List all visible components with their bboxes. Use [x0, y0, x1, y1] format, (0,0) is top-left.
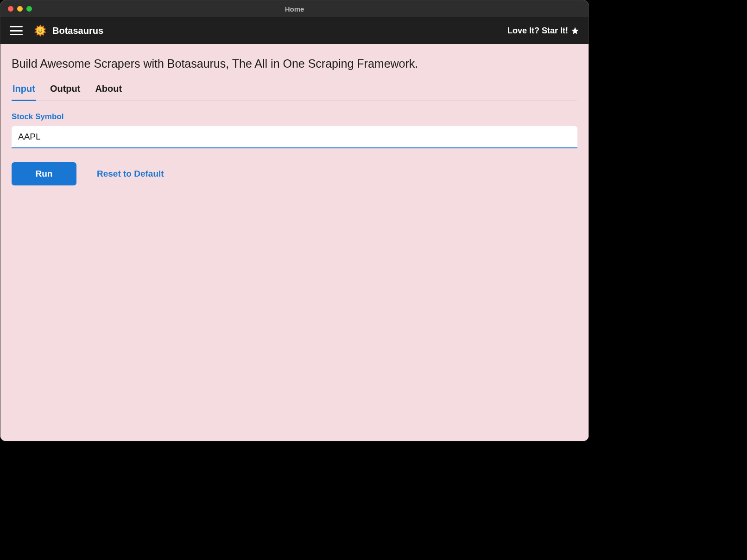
tab-input[interactable]: Input [12, 82, 36, 101]
tab-output[interactable]: Output [49, 82, 82, 101]
star-it-label: Love It? Star It! [507, 26, 568, 36]
maximize-window-button[interactable] [26, 6, 32, 12]
titlebar: Home [0, 0, 589, 17]
minimize-window-button[interactable] [17, 6, 23, 12]
brand-name: Botasaurus [52, 25, 103, 36]
svg-point-3 [41, 29, 42, 30]
window-title: Home [285, 5, 304, 13]
star-it-link[interactable]: Love It? Star It! [507, 26, 579, 36]
svg-point-2 [38, 29, 39, 30]
reset-to-default-button[interactable]: Reset to Default [97, 169, 164, 179]
stock-symbol-input[interactable] [12, 126, 577, 148]
star-icon [571, 26, 579, 35]
page-headline: Build Awesome Scrapers with Botasaurus, … [12, 57, 577, 70]
app-header-left: Botasaurus [10, 24, 103, 37]
svg-point-1 [37, 27, 44, 34]
app-header: Botasaurus Love It? Star It! [0, 17, 589, 44]
tab-about[interactable]: About [94, 82, 123, 101]
brand[interactable]: Botasaurus [34, 24, 103, 37]
sun-logo-icon [34, 24, 47, 37]
hamburger-menu-button[interactable] [10, 26, 23, 35]
close-window-button[interactable] [8, 6, 13, 12]
app-window: Home Botasaurus Love I [0, 0, 589, 441]
stock-symbol-label: Stock Symbol [12, 112, 577, 121]
tabs: Input Output About [12, 82, 577, 101]
main-content: Build Awesome Scrapers with Botasaurus, … [0, 44, 589, 441]
run-button[interactable]: Run [12, 162, 76, 185]
traffic-lights [0, 6, 32, 12]
action-row: Run Reset to Default [12, 162, 577, 185]
